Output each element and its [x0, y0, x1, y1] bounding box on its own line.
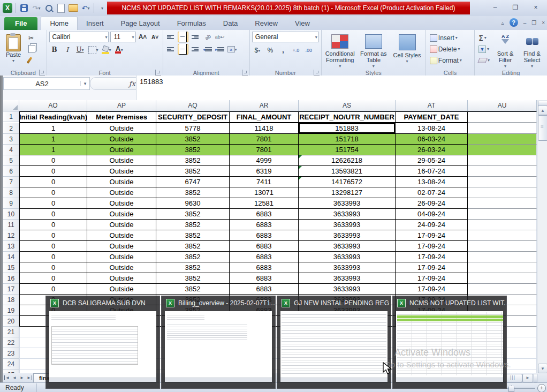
cell-AO4[interactable]: 1: [19, 145, 87, 155]
merge-center-button[interactable]: a▾: [227, 44, 238, 55]
cell-AS1[interactable]: RECEIPT_NO/UTR_NUMBER: [299, 111, 396, 123]
zoom-in-icon[interactable]: +: [537, 384, 546, 392]
cell-AT11[interactable]: 24-09-24: [396, 220, 468, 230]
cell-AQ10[interactable]: 3852: [156, 209, 230, 220]
cell-AR11[interactable]: 6883: [230, 220, 299, 230]
row-header-25[interactable]: 25: [3, 370, 19, 373]
cell-AU12[interactable]: [468, 230, 537, 241]
decrease-decimal-button[interactable]: .00: [303, 45, 314, 56]
tab-formulas[interactable]: Formulas: [169, 17, 215, 30]
cell-AR16[interactable]: 6883: [230, 273, 299, 284]
row-header-17[interactable]: 17: [3, 284, 19, 295]
cell-AU3[interactable]: [468, 134, 537, 145]
cell-AT9[interactable]: 26-09-24: [396, 198, 468, 209]
cell-AS15[interactable]: 3633993: [299, 262, 396, 273]
cut-button[interactable]: ✂: [27, 33, 40, 43]
cell-AP16[interactable]: Outside: [87, 273, 156, 284]
cell-AR12[interactable]: 6883: [230, 230, 299, 241]
cell-AT16[interactable]: 17-09-24: [396, 273, 468, 284]
vertical-scrollbar[interactable]: ▲ ▼: [537, 100, 547, 373]
cell-AO11[interactable]: 0: [19, 220, 87, 230]
row-header-24[interactable]: 24: [3, 359, 19, 370]
clear-button[interactable]: ▾: [477, 55, 491, 65]
taskbar-preview-3[interactable]: XGJ NEW INSTAL PENDING REG 0...: [277, 296, 391, 389]
save-icon[interactable]: [19, 3, 29, 13]
font-family-select[interactable]: Calibri▾: [49, 32, 109, 42]
cell-AO13[interactable]: 0: [19, 241, 87, 252]
cell-AQ7[interactable]: 6747: [156, 177, 230, 187]
row-header-22[interactable]: 22: [3, 337, 19, 348]
print-preview-icon[interactable]: [43, 3, 54, 13]
row-header-1[interactable]: 1: [3, 111, 19, 122]
number-format-select[interactable]: General▾: [252, 32, 319, 42]
cell-AT8[interactable]: 02-07-24: [396, 187, 468, 198]
insert-cells-button[interactable]: Insert▾: [428, 33, 472, 43]
cell-AP8[interactable]: Outside: [87, 187, 156, 198]
cell-AU5[interactable]: [468, 155, 537, 166]
column-header-aq[interactable]: AQ: [156, 100, 230, 111]
underline-button[interactable]: U▾: [75, 44, 86, 55]
row-header-18[interactable]: 18: [3, 295, 19, 305]
cell-AO10[interactable]: 0: [19, 209, 87, 220]
cell-AQ8[interactable]: 3852: [156, 187, 230, 198]
cell-AU16[interactable]: [468, 273, 537, 284]
cell-AR10[interactable]: 6883: [230, 209, 299, 220]
undo-icon[interactable]: ↶▾: [80, 3, 91, 13]
row-header-13[interactable]: 13: [3, 241, 19, 252]
vertical-scroll-thumb[interactable]: [538, 115, 547, 141]
cell-AU11[interactable]: [468, 220, 537, 230]
cell-AR4[interactable]: 7801: [230, 145, 299, 155]
prev-sheet-icon[interactable]: ◄: [11, 374, 18, 382]
cell-AR8[interactable]: 13071: [230, 187, 299, 198]
cell-AU1[interactable]: [468, 111, 537, 123]
last-sheet-icon[interactable]: ►: [26, 374, 33, 382]
tab-review[interactable]: Review: [246, 17, 286, 30]
grow-font-button[interactable]: A˄: [138, 32, 148, 42]
row-header-16[interactable]: 16: [3, 273, 19, 284]
cell-AT15[interactable]: 17-09-24: [396, 262, 468, 273]
cell-AQ17[interactable]: 3852: [156, 284, 230, 295]
paste-button[interactable]: Paste ▾: [2, 32, 25, 70]
cell-AS12[interactable]: 3633993: [299, 230, 396, 241]
cell-AP11[interactable]: Outside: [87, 220, 156, 230]
wrap-text-button[interactable]: ab↩: [215, 32, 225, 42]
cell-AO15[interactable]: 0: [19, 262, 87, 273]
cell-AT3[interactable]: 06-03-24: [396, 134, 468, 145]
borders-button[interactable]: ▾: [88, 44, 99, 55]
row-header-2[interactable]: 2: [3, 123, 19, 134]
format-as-table-button[interactable]: Format as Table▾: [358, 32, 390, 70]
decrease-indent-button[interactable]: ◂: [202, 44, 213, 55]
name-box-dropdown-icon[interactable]: ▾: [80, 81, 89, 86]
cell-AS10[interactable]: 3633993: [299, 209, 396, 220]
cell-AR1[interactable]: FINAL_AMOUNT: [230, 111, 299, 123]
cell-AP1[interactable]: Meter Premises: [87, 111, 156, 123]
collapse-ribbon-icon[interactable]: ▵: [502, 20, 504, 26]
cell-AR6[interactable]: 6319: [230, 166, 299, 177]
row-header-7[interactable]: 7: [3, 177, 19, 187]
cell-AR2[interactable]: 11418: [230, 123, 299, 134]
orientation-button[interactable]: ab: [200, 29, 215, 44]
cell-AS14[interactable]: 3633993: [299, 252, 396, 262]
cell-AR5[interactable]: 4999: [230, 155, 299, 166]
cell-AO1[interactable]: Initial Reading(kvah): [19, 111, 87, 123]
insert-function-button[interactable]: ƒx: [90, 77, 141, 90]
row-header-11[interactable]: 11: [3, 220, 19, 230]
cell-AP10[interactable]: Outside: [87, 209, 156, 220]
cell-AS3[interactable]: 151718: [299, 134, 396, 145]
taskbar-preview-2[interactable]: XBilling_overview - 2025-02-07T1...: [161, 296, 276, 389]
cell-AO17[interactable]: 0: [19, 284, 87, 295]
cell-AS9[interactable]: 3633993: [299, 198, 396, 209]
increase-decimal-button[interactable]: +.0: [291, 45, 301, 56]
row-header-8[interactable]: 8: [3, 187, 19, 198]
cell-AP4[interactable]: Outside: [87, 145, 156, 155]
autosum-button[interactable]: Σ▾: [477, 33, 491, 43]
cell-AT1[interactable]: PAYMENT_DATE: [396, 111, 468, 123]
align-middle-button[interactable]: [178, 32, 188, 42]
cell-AP5[interactable]: Outside: [87, 155, 156, 166]
restore-button[interactable]: ❐: [507, 2, 523, 13]
cell-AP3[interactable]: Outside: [87, 134, 156, 145]
cell-AS4[interactable]: 151754: [299, 145, 396, 155]
cell-AT12[interactable]: 17-09-24: [396, 230, 468, 241]
cell-AT13[interactable]: 17-09-24: [396, 241, 468, 252]
cell-AO9[interactable]: 0: [19, 198, 87, 209]
